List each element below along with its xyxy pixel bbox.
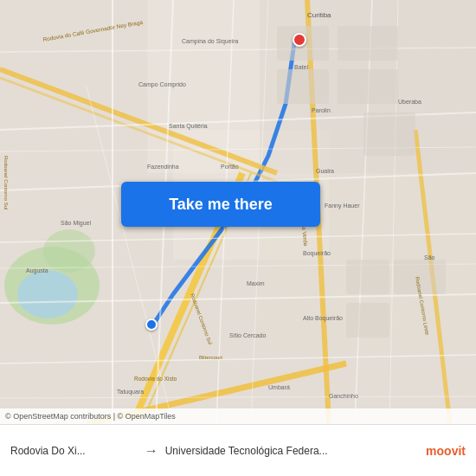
svg-point-3 — [17, 270, 78, 318]
svg-text:Gualra: Gualra — [316, 168, 334, 174]
svg-text:São: São — [424, 254, 435, 261]
bottom-bar: Rodovia Do Xi... → Universidade Tecnológ… — [0, 424, 476, 476]
svg-text:Augusta: Augusta — [26, 267, 48, 274]
route-arrow: → — [145, 443, 158, 459]
route-from: Rodovia Do Xi... — [10, 445, 138, 457]
action-button-label: Take me there — [169, 196, 273, 214]
origin-marker — [145, 318, 159, 332]
svg-text:Fanny Hauer: Fanny Hauer — [325, 203, 360, 209]
svg-rect-32 — [338, 26, 398, 61]
destination-marker — [293, 33, 308, 48]
svg-text:Sítio Cercado: Sítio Cercado — [229, 332, 267, 338]
svg-text:Campina do Siqueira: Campina do Siqueira — [182, 38, 238, 45]
svg-rect-36 — [346, 260, 389, 294]
route-to: Universidade Tecnológica Federa... — [165, 445, 419, 457]
svg-text:Ganchinho: Ganchinho — [329, 393, 358, 399]
svg-text:Batel: Batel — [294, 64, 308, 70]
moovit-logo: moovit — [426, 444, 466, 458]
svg-text:Fazendinha: Fazendinha — [147, 164, 179, 170]
svg-rect-38 — [346, 303, 389, 338]
svg-text:Portão: Portão — [221, 164, 239, 170]
svg-text:Santa Quitéria: Santa Quitéria — [169, 123, 208, 130]
svg-text:Maxim: Maxim — [247, 280, 265, 286]
svg-text:Boqueirão: Boqueirão — [303, 250, 331, 257]
svg-text:Campo Comprido: Campo Comprido — [138, 81, 186, 88]
svg-rect-35 — [363, 113, 415, 156]
svg-text:Uberaba: Uberaba — [398, 99, 421, 105]
svg-rect-33 — [277, 69, 329, 104]
svg-text:Rodovia do Xisto: Rodovia do Xisto — [134, 376, 177, 382]
svg-point-2 — [43, 229, 95, 273]
map-attribution: © OpenStreetMap contributors | © OpenMap… — [0, 408, 476, 424]
svg-text:Rodoanel Contorno Sul: Rodoanel Contorno Sul — [3, 156, 9, 209]
svg-rect-34 — [338, 69, 398, 104]
moovit-brand: moovit — [426, 444, 466, 458]
svg-text:Alto Boqueirão: Alto Boqueirão — [303, 315, 343, 322]
svg-text:Blitercourt: Blitercourt — [199, 355, 222, 360]
svg-text:Tatuquara: Tatuquara — [117, 389, 144, 396]
svg-text:Parolin: Parolin — [312, 107, 331, 113]
map-container: Curitiba Batel Parolin Campina do Siquei… — [0, 0, 476, 424]
svg-text:Umbará: Umbará — [268, 384, 290, 390]
take-me-there-button[interactable]: Take me there — [121, 182, 320, 227]
svg-text:Curitiba: Curitiba — [307, 11, 331, 19]
svg-text:São Miguel: São Miguel — [61, 220, 91, 227]
